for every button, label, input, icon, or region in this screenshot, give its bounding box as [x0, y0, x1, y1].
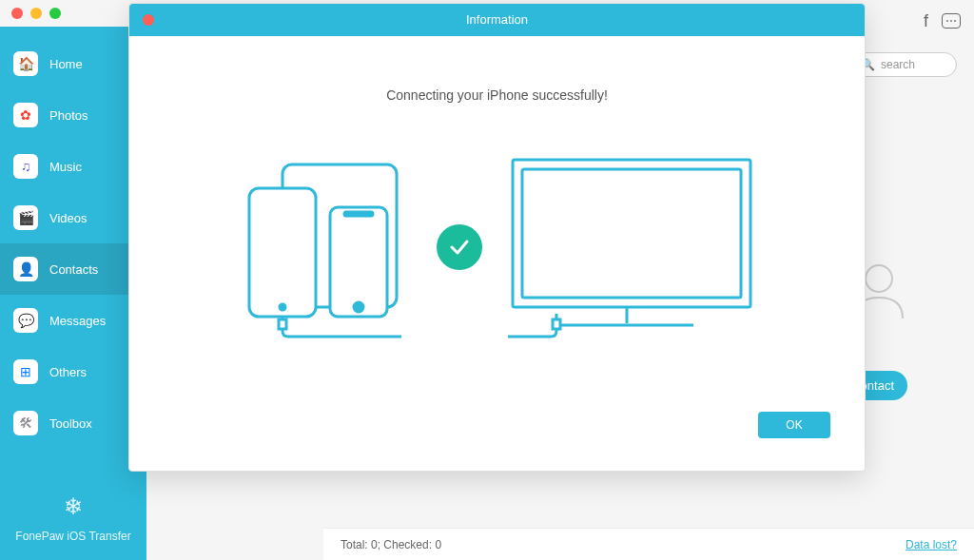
information-modal: Information Connecting your iPhone succe… [128, 3, 866, 472]
sidebar-item-label: Videos [49, 211, 88, 225]
sidebar-item-label: Photos [49, 108, 88, 123]
status-bar: Total: 0; Checked: 0 Data lost? [323, 528, 974, 560]
app-name: FonePaw iOS Transfer [0, 530, 146, 543]
modal-title-bar: Information [129, 4, 865, 36]
messages-icon: 💬 [13, 308, 38, 333]
sidebar-item-videos[interactable]: 🎬Videos [0, 192, 146, 243]
monitor-icon [494, 150, 760, 344]
status-text: Total: 0; Checked: 0 [341, 538, 441, 551]
sidebar-item-contacts[interactable]: 👤Contacts [0, 243, 146, 295]
sidebar-item-label: Messages [49, 314, 106, 328]
top-toolbar: f ⋯ [910, 0, 974, 42]
sidebar-item-label: Music [49, 160, 82, 174]
sidebar: 🏠Home✿Photos♫Music🎬Videos👤Contacts💬Messa… [0, 27, 146, 560]
svg-point-6 [354, 302, 363, 312]
sidebar-footer: ❄ FonePaw iOS Transfer [0, 493, 146, 543]
success-checkmark-icon [437, 224, 482, 270]
svg-rect-10 [553, 319, 560, 329]
search-input[interactable]: 🔍 search [850, 52, 957, 77]
sidebar-item-toolbox[interactable]: 🛠Toolbox [0, 397, 146, 449]
svg-rect-4 [330, 207, 387, 317]
sidebar-item-label: Contacts [49, 262, 98, 277]
sidebar-item-label: Toolbox [49, 416, 92, 431]
devices-icon [235, 150, 425, 344]
svg-rect-5 [344, 212, 373, 216]
sidebar-item-home[interactable]: 🏠Home [0, 38, 146, 89]
window-traffic-lights [11, 8, 61, 19]
toolbox-icon: 🛠 [13, 411, 38, 435]
sidebar-item-others[interactable]: ⊞Others [0, 346, 146, 397]
home-icon: 🏠 [13, 51, 38, 76]
facebook-icon[interactable]: f [924, 11, 928, 31]
app-logo-icon: ❄ [0, 493, 146, 520]
connection-illustration [129, 150, 865, 344]
sidebar-item-messages[interactable]: 💬Messages [0, 295, 146, 346]
svg-rect-7 [279, 319, 286, 329]
videos-icon: 🎬 [13, 205, 38, 230]
ok-button[interactable]: OK [758, 412, 830, 438]
music-icon: ♫ [13, 154, 38, 179]
svg-point-3 [280, 304, 285, 310]
modal-title: Information [466, 12, 528, 27]
photos-icon: ✿ [13, 103, 38, 127]
search-placeholder: search [881, 58, 915, 71]
sidebar-item-label: Home [49, 57, 83, 71]
modal-message: Connecting your iPhone successfully! [129, 36, 865, 131]
others-icon: ⊞ [13, 359, 38, 384]
maximize-button[interactable] [49, 8, 61, 19]
modal-close-button[interactable] [143, 14, 154, 26]
sidebar-item-photos[interactable]: ✿Photos [0, 89, 146, 141]
minimize-button[interactable] [30, 8, 42, 19]
close-button[interactable] [11, 8, 23, 19]
data-lost-link[interactable]: Data lost? [906, 538, 957, 551]
svg-rect-9 [522, 169, 741, 298]
contacts-icon: 👤 [13, 257, 38, 281]
feedback-icon[interactable]: ⋯ [942, 13, 961, 29]
sidebar-item-music[interactable]: ♫Music [0, 141, 146, 192]
sidebar-item-label: Others [49, 365, 87, 379]
svg-point-0 [866, 265, 892, 292]
svg-rect-2 [249, 188, 316, 317]
